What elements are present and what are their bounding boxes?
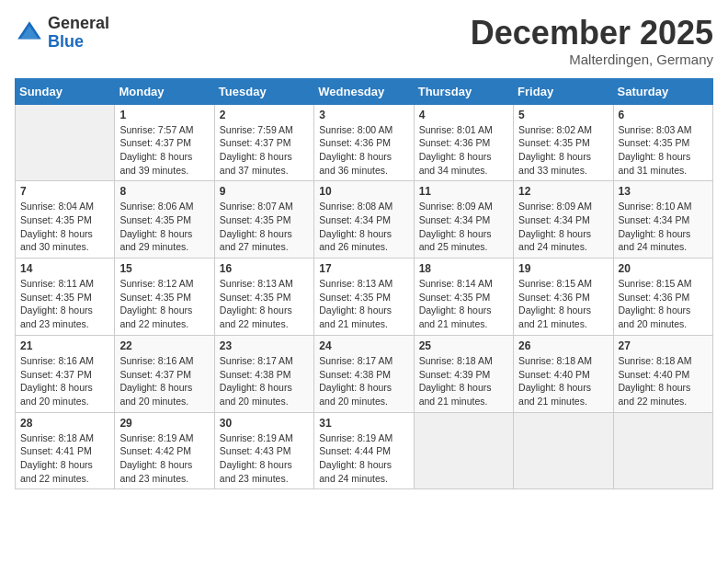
calendar-cell: 2Sunrise: 7:59 AMSunset: 4:37 PMDaylight… xyxy=(214,104,313,181)
cell-content: Sunrise: 8:18 AMSunset: 4:40 PMDaylight:… xyxy=(619,354,708,408)
day-number: 6 xyxy=(619,109,708,121)
cell-content: Sunrise: 8:19 AMSunset: 4:42 PMDaylight:… xyxy=(119,431,209,486)
day-number: 18 xyxy=(419,262,508,275)
day-number: 1 xyxy=(119,109,209,121)
cell-content: Sunrise: 8:19 AMSunset: 4:43 PMDaylight:… xyxy=(220,431,309,486)
calendar-cell: 3Sunrise: 8:00 AMSunset: 4:36 PMDaylight… xyxy=(314,104,414,181)
calendar-week-4: 21Sunrise: 8:16 AMSunset: 4:37 PMDayligh… xyxy=(16,335,713,412)
calendar-cell: 7Sunrise: 8:04 AMSunset: 4:35 PMDaylight… xyxy=(16,181,115,259)
weekday-header-row: SundayMondayTuesdayWednesdayThursdayFrid… xyxy=(16,78,713,104)
day-number: 22 xyxy=(119,339,209,352)
cell-content: Sunrise: 8:13 AMSunset: 4:35 PMDaylight:… xyxy=(319,277,408,331)
day-number: 2 xyxy=(220,109,309,121)
calendar-cell: 10Sunrise: 8:08 AMSunset: 4:34 PMDayligh… xyxy=(314,181,414,259)
calendar-cell: 27Sunrise: 8:18 AMSunset: 4:40 PMDayligh… xyxy=(613,335,712,412)
day-number: 17 xyxy=(319,262,408,275)
cell-content: Sunrise: 8:04 AMSunset: 4:35 PMDaylight:… xyxy=(20,200,109,254)
day-number: 5 xyxy=(518,109,608,121)
weekday-header-thursday: Thursday xyxy=(414,78,513,104)
cell-content: Sunrise: 8:18 AMSunset: 4:40 PMDaylight:… xyxy=(518,354,608,408)
logo: General Blue xyxy=(15,15,109,52)
day-number: 31 xyxy=(319,417,408,430)
day-number: 3 xyxy=(319,109,408,121)
location: Malterdingen, Germany xyxy=(471,52,713,67)
cell-content: Sunrise: 8:11 AMSunset: 4:35 PMDaylight:… xyxy=(20,277,109,331)
day-number: 8 xyxy=(119,185,209,198)
calendar-cell: 12Sunrise: 8:09 AMSunset: 4:34 PMDayligh… xyxy=(514,181,613,259)
title-block: December 2025 Malterdingen, Germany xyxy=(471,15,713,67)
cell-content: Sunrise: 8:00 AMSunset: 4:36 PMDaylight:… xyxy=(319,123,408,178)
weekday-header-monday: Monday xyxy=(115,78,214,104)
day-number: 4 xyxy=(419,109,508,121)
day-number: 30 xyxy=(220,417,309,430)
cell-content: Sunrise: 8:18 AMSunset: 4:39 PMDaylight:… xyxy=(419,354,508,408)
calendar-cell: 26Sunrise: 8:18 AMSunset: 4:40 PMDayligh… xyxy=(514,335,613,412)
day-number: 24 xyxy=(319,339,408,352)
day-number: 21 xyxy=(20,339,109,352)
calendar-cell: 1Sunrise: 7:57 AMSunset: 4:37 PMDaylight… xyxy=(115,104,214,181)
calendar-cell: 31Sunrise: 8:19 AMSunset: 4:44 PMDayligh… xyxy=(314,412,414,489)
day-number: 26 xyxy=(518,339,608,352)
day-number: 27 xyxy=(619,339,708,352)
calendar-cell: 22Sunrise: 8:16 AMSunset: 4:37 PMDayligh… xyxy=(115,335,214,412)
cell-content: Sunrise: 8:09 AMSunset: 4:34 PMDaylight:… xyxy=(518,200,608,254)
weekday-header-wednesday: Wednesday xyxy=(314,78,414,104)
day-number: 16 xyxy=(220,262,309,275)
calendar-cell: 6Sunrise: 8:03 AMSunset: 4:35 PMDaylight… xyxy=(613,104,712,181)
cell-content: Sunrise: 8:17 AMSunset: 4:38 PMDaylight:… xyxy=(319,354,408,408)
calendar-cell: 23Sunrise: 8:17 AMSunset: 4:38 PMDayligh… xyxy=(214,335,313,412)
day-number: 19 xyxy=(518,262,608,275)
cell-content: Sunrise: 8:06 AMSunset: 4:35 PMDaylight:… xyxy=(119,200,209,254)
cell-content: Sunrise: 8:10 AMSunset: 4:34 PMDaylight:… xyxy=(619,200,708,254)
calendar-cell: 15Sunrise: 8:12 AMSunset: 4:35 PMDayligh… xyxy=(115,259,214,336)
calendar-cell: 5Sunrise: 8:02 AMSunset: 4:35 PMDaylight… xyxy=(514,104,613,181)
cell-content: Sunrise: 8:08 AMSunset: 4:34 PMDaylight:… xyxy=(319,200,408,254)
day-number: 13 xyxy=(619,185,708,198)
cell-content: Sunrise: 8:16 AMSunset: 4:37 PMDaylight:… xyxy=(20,354,109,408)
calendar-cell: 19Sunrise: 8:15 AMSunset: 4:36 PMDayligh… xyxy=(514,259,613,336)
calendar-cell: 21Sunrise: 8:16 AMSunset: 4:37 PMDayligh… xyxy=(16,335,115,412)
day-number: 28 xyxy=(20,417,109,430)
day-number: 15 xyxy=(119,262,209,275)
calendar-table: SundayMondayTuesdayWednesdayThursdayFrid… xyxy=(15,78,713,490)
cell-content: Sunrise: 8:09 AMSunset: 4:34 PMDaylight:… xyxy=(419,200,508,254)
calendar-cell: 16Sunrise: 8:13 AMSunset: 4:35 PMDayligh… xyxy=(214,259,313,336)
calendar-cell: 18Sunrise: 8:14 AMSunset: 4:35 PMDayligh… xyxy=(414,259,513,336)
calendar-cell xyxy=(514,412,613,489)
calendar-cell: 9Sunrise: 8:07 AMSunset: 4:35 PMDaylight… xyxy=(214,181,313,259)
cell-content: Sunrise: 8:12 AMSunset: 4:35 PMDaylight:… xyxy=(119,277,209,331)
calendar-cell: 30Sunrise: 8:19 AMSunset: 4:43 PMDayligh… xyxy=(214,412,313,489)
weekday-header-saturday: Saturday xyxy=(613,78,712,104)
calendar-cell: 17Sunrise: 8:13 AMSunset: 4:35 PMDayligh… xyxy=(314,259,414,336)
cell-content: Sunrise: 8:14 AMSunset: 4:35 PMDaylight:… xyxy=(419,277,508,331)
weekday-header-tuesday: Tuesday xyxy=(214,78,313,104)
calendar-cell: 11Sunrise: 8:09 AMSunset: 4:34 PMDayligh… xyxy=(414,181,513,259)
calendar-week-5: 28Sunrise: 8:18 AMSunset: 4:41 PMDayligh… xyxy=(16,412,713,489)
calendar-week-1: 1Sunrise: 7:57 AMSunset: 4:37 PMDaylight… xyxy=(16,104,713,181)
weekday-header-friday: Friday xyxy=(514,78,613,104)
cell-content: Sunrise: 7:57 AMSunset: 4:37 PMDaylight:… xyxy=(119,123,209,178)
calendar-week-3: 14Sunrise: 8:11 AMSunset: 4:35 PMDayligh… xyxy=(16,259,713,336)
calendar-cell: 29Sunrise: 8:19 AMSunset: 4:42 PMDayligh… xyxy=(115,412,214,489)
calendar-cell: 13Sunrise: 8:10 AMSunset: 4:34 PMDayligh… xyxy=(613,181,712,259)
month-title: December 2025 xyxy=(471,15,713,52)
cell-content: Sunrise: 8:15 AMSunset: 4:36 PMDaylight:… xyxy=(619,277,708,331)
cell-content: Sunrise: 8:18 AMSunset: 4:41 PMDaylight:… xyxy=(20,431,109,486)
cell-content: Sunrise: 8:17 AMSunset: 4:38 PMDaylight:… xyxy=(220,354,309,408)
calendar-cell: 28Sunrise: 8:18 AMSunset: 4:41 PMDayligh… xyxy=(16,412,115,489)
cell-content: Sunrise: 8:16 AMSunset: 4:37 PMDaylight:… xyxy=(119,354,209,408)
cell-content: Sunrise: 8:15 AMSunset: 4:36 PMDaylight:… xyxy=(518,277,608,331)
day-number: 10 xyxy=(319,185,408,198)
calendar-cell xyxy=(16,104,115,181)
page-header: General Blue December 2025 Malterdingen,… xyxy=(15,15,713,67)
calendar-cell: 4Sunrise: 8:01 AMSunset: 4:36 PMDaylight… xyxy=(414,104,513,181)
cell-content: Sunrise: 8:01 AMSunset: 4:36 PMDaylight:… xyxy=(419,123,508,178)
calendar-cell: 20Sunrise: 8:15 AMSunset: 4:36 PMDayligh… xyxy=(613,259,712,336)
calendar-week-2: 7Sunrise: 8:04 AMSunset: 4:35 PMDaylight… xyxy=(16,181,713,259)
day-number: 9 xyxy=(220,185,309,198)
cell-content: Sunrise: 7:59 AMSunset: 4:37 PMDaylight:… xyxy=(220,123,309,178)
cell-content: Sunrise: 8:19 AMSunset: 4:44 PMDaylight:… xyxy=(319,431,408,486)
calendar-cell: 14Sunrise: 8:11 AMSunset: 4:35 PMDayligh… xyxy=(16,259,115,336)
calendar-cell: 8Sunrise: 8:06 AMSunset: 4:35 PMDaylight… xyxy=(115,181,214,259)
calendar-cell: 24Sunrise: 8:17 AMSunset: 4:38 PMDayligh… xyxy=(314,335,414,412)
